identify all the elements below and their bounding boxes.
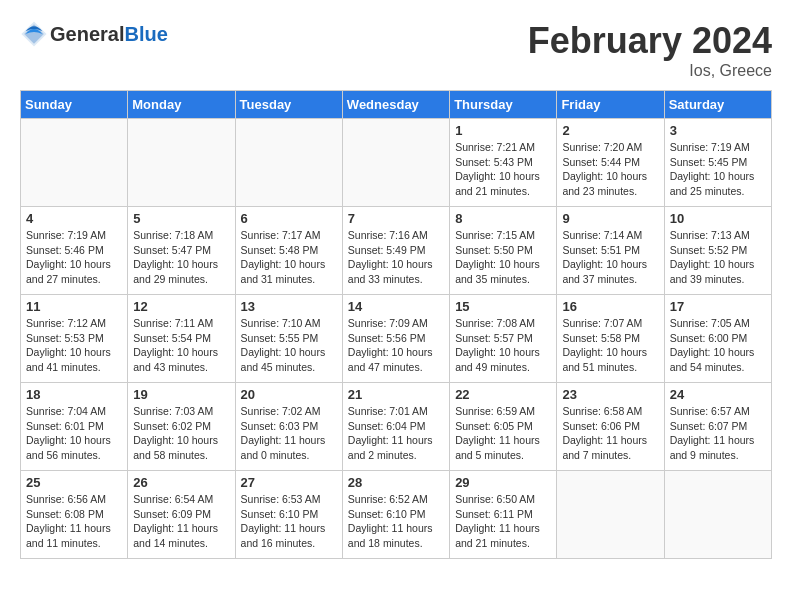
calendar-week-row: 11Sunrise: 7:12 AM Sunset: 5:53 PM Dayli… — [21, 295, 772, 383]
day-info: Sunrise: 7:10 AM Sunset: 5:55 PM Dayligh… — [241, 316, 337, 375]
day-number: 6 — [241, 211, 337, 226]
calendar-cell: 6Sunrise: 7:17 AM Sunset: 5:48 PM Daylig… — [235, 207, 342, 295]
day-number: 19 — [133, 387, 229, 402]
calendar-week-row: 1Sunrise: 7:21 AM Sunset: 5:43 PM Daylig… — [21, 119, 772, 207]
day-info: Sunrise: 7:16 AM Sunset: 5:49 PM Dayligh… — [348, 228, 444, 287]
calendar-cell: 9Sunrise: 7:14 AM Sunset: 5:51 PM Daylig… — [557, 207, 664, 295]
calendar-cell: 20Sunrise: 7:02 AM Sunset: 6:03 PM Dayli… — [235, 383, 342, 471]
calendar-cell: 15Sunrise: 7:08 AM Sunset: 5:57 PM Dayli… — [450, 295, 557, 383]
day-info: Sunrise: 6:52 AM Sunset: 6:10 PM Dayligh… — [348, 492, 444, 551]
calendar-cell: 11Sunrise: 7:12 AM Sunset: 5:53 PM Dayli… — [21, 295, 128, 383]
day-number: 11 — [26, 299, 122, 314]
weekday-header: Monday — [128, 91, 235, 119]
day-number: 13 — [241, 299, 337, 314]
day-info: Sunrise: 7:04 AM Sunset: 6:01 PM Dayligh… — [26, 404, 122, 463]
day-number: 3 — [670, 123, 766, 138]
calendar-cell: 5Sunrise: 7:18 AM Sunset: 5:47 PM Daylig… — [128, 207, 235, 295]
day-info: Sunrise: 7:17 AM Sunset: 5:48 PM Dayligh… — [241, 228, 337, 287]
weekday-header: Wednesday — [342, 91, 449, 119]
day-info: Sunrise: 7:14 AM Sunset: 5:51 PM Dayligh… — [562, 228, 658, 287]
day-info: Sunrise: 6:59 AM Sunset: 6:05 PM Dayligh… — [455, 404, 551, 463]
day-info: Sunrise: 7:13 AM Sunset: 5:52 PM Dayligh… — [670, 228, 766, 287]
day-info: Sunrise: 6:54 AM Sunset: 6:09 PM Dayligh… — [133, 492, 229, 551]
weekday-header: Saturday — [664, 91, 771, 119]
logo-text: GeneralBlue — [50, 23, 168, 46]
day-info: Sunrise: 7:09 AM Sunset: 5:56 PM Dayligh… — [348, 316, 444, 375]
calendar-cell: 19Sunrise: 7:03 AM Sunset: 6:02 PM Dayli… — [128, 383, 235, 471]
day-number: 29 — [455, 475, 551, 490]
title-area: February 2024 Ios, Greece — [528, 20, 772, 80]
day-info: Sunrise: 7:18 AM Sunset: 5:47 PM Dayligh… — [133, 228, 229, 287]
day-number: 28 — [348, 475, 444, 490]
day-info: Sunrise: 6:53 AM Sunset: 6:10 PM Dayligh… — [241, 492, 337, 551]
day-number: 5 — [133, 211, 229, 226]
day-info: Sunrise: 6:58 AM Sunset: 6:06 PM Dayligh… — [562, 404, 658, 463]
calendar-cell — [235, 119, 342, 207]
day-number: 12 — [133, 299, 229, 314]
day-info: Sunrise: 7:15 AM Sunset: 5:50 PM Dayligh… — [455, 228, 551, 287]
calendar-cell: 23Sunrise: 6:58 AM Sunset: 6:06 PM Dayli… — [557, 383, 664, 471]
calendar-cell: 18Sunrise: 7:04 AM Sunset: 6:01 PM Dayli… — [21, 383, 128, 471]
calendar-cell: 24Sunrise: 6:57 AM Sunset: 6:07 PM Dayli… — [664, 383, 771, 471]
day-info: Sunrise: 7:05 AM Sunset: 6:00 PM Dayligh… — [670, 316, 766, 375]
day-info: Sunrise: 7:02 AM Sunset: 6:03 PM Dayligh… — [241, 404, 337, 463]
calendar-cell: 16Sunrise: 7:07 AM Sunset: 5:58 PM Dayli… — [557, 295, 664, 383]
day-number: 17 — [670, 299, 766, 314]
day-info: Sunrise: 7:19 AM Sunset: 5:45 PM Dayligh… — [670, 140, 766, 199]
day-info: Sunrise: 7:20 AM Sunset: 5:44 PM Dayligh… — [562, 140, 658, 199]
logo-icon — [20, 20, 48, 48]
weekday-header-row: SundayMondayTuesdayWednesdayThursdayFrid… — [21, 91, 772, 119]
calendar-cell: 29Sunrise: 6:50 AM Sunset: 6:11 PM Dayli… — [450, 471, 557, 559]
calendar-cell: 1Sunrise: 7:21 AM Sunset: 5:43 PM Daylig… — [450, 119, 557, 207]
calendar-cell: 12Sunrise: 7:11 AM Sunset: 5:54 PM Dayli… — [128, 295, 235, 383]
calendar-cell: 3Sunrise: 7:19 AM Sunset: 5:45 PM Daylig… — [664, 119, 771, 207]
weekday-header: Friday — [557, 91, 664, 119]
day-info: Sunrise: 7:01 AM Sunset: 6:04 PM Dayligh… — [348, 404, 444, 463]
day-info: Sunrise: 7:08 AM Sunset: 5:57 PM Dayligh… — [455, 316, 551, 375]
day-number: 24 — [670, 387, 766, 402]
calendar-cell — [342, 119, 449, 207]
day-info: Sunrise: 7:19 AM Sunset: 5:46 PM Dayligh… — [26, 228, 122, 287]
calendar-cell — [664, 471, 771, 559]
day-info: Sunrise: 7:12 AM Sunset: 5:53 PM Dayligh… — [26, 316, 122, 375]
day-number: 4 — [26, 211, 122, 226]
day-number: 14 — [348, 299, 444, 314]
calendar-cell — [557, 471, 664, 559]
day-number: 2 — [562, 123, 658, 138]
day-number: 26 — [133, 475, 229, 490]
day-number: 10 — [670, 211, 766, 226]
calendar-cell: 26Sunrise: 6:54 AM Sunset: 6:09 PM Dayli… — [128, 471, 235, 559]
calendar-week-row: 4Sunrise: 7:19 AM Sunset: 5:46 PM Daylig… — [21, 207, 772, 295]
calendar-cell — [21, 119, 128, 207]
day-info: Sunrise: 7:03 AM Sunset: 6:02 PM Dayligh… — [133, 404, 229, 463]
day-number: 7 — [348, 211, 444, 226]
month-title: February 2024 — [528, 20, 772, 62]
logo: GeneralBlue — [20, 20, 168, 48]
day-info: Sunrise: 7:07 AM Sunset: 5:58 PM Dayligh… — [562, 316, 658, 375]
day-info: Sunrise: 6:56 AM Sunset: 6:08 PM Dayligh… — [26, 492, 122, 551]
day-number: 20 — [241, 387, 337, 402]
calendar-cell: 27Sunrise: 6:53 AM Sunset: 6:10 PM Dayli… — [235, 471, 342, 559]
day-number: 15 — [455, 299, 551, 314]
day-number: 16 — [562, 299, 658, 314]
weekday-header: Sunday — [21, 91, 128, 119]
day-info: Sunrise: 6:57 AM Sunset: 6:07 PM Dayligh… — [670, 404, 766, 463]
day-number: 9 — [562, 211, 658, 226]
day-info: Sunrise: 6:50 AM Sunset: 6:11 PM Dayligh… — [455, 492, 551, 551]
calendar-cell: 14Sunrise: 7:09 AM Sunset: 5:56 PM Dayli… — [342, 295, 449, 383]
calendar-cell: 21Sunrise: 7:01 AM Sunset: 6:04 PM Dayli… — [342, 383, 449, 471]
calendar-cell: 4Sunrise: 7:19 AM Sunset: 5:46 PM Daylig… — [21, 207, 128, 295]
calendar-cell: 7Sunrise: 7:16 AM Sunset: 5:49 PM Daylig… — [342, 207, 449, 295]
day-number: 25 — [26, 475, 122, 490]
calendar-cell: 17Sunrise: 7:05 AM Sunset: 6:00 PM Dayli… — [664, 295, 771, 383]
calendar-table: SundayMondayTuesdayWednesdayThursdayFrid… — [20, 90, 772, 559]
calendar-cell: 28Sunrise: 6:52 AM Sunset: 6:10 PM Dayli… — [342, 471, 449, 559]
calendar-week-row: 18Sunrise: 7:04 AM Sunset: 6:01 PM Dayli… — [21, 383, 772, 471]
calendar-cell: 13Sunrise: 7:10 AM Sunset: 5:55 PM Dayli… — [235, 295, 342, 383]
calendar-cell: 2Sunrise: 7:20 AM Sunset: 5:44 PM Daylig… — [557, 119, 664, 207]
day-number: 8 — [455, 211, 551, 226]
day-number: 23 — [562, 387, 658, 402]
day-number: 22 — [455, 387, 551, 402]
location: Ios, Greece — [528, 62, 772, 80]
page-header: GeneralBlue February 2024 Ios, Greece — [20, 20, 772, 80]
